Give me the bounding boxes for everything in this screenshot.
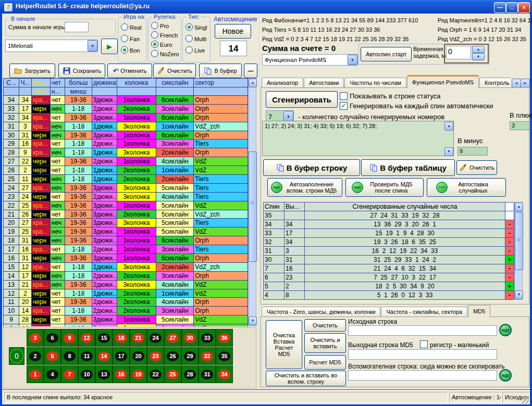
md5-source-input[interactable] — [348, 325, 497, 336]
table-row[interactable]: 122чернчет1-181дюжи...2колонка1сиклайнVd… — [4, 289, 248, 298]
table-row[interactable]: 2511черннеч1-181дюжи...2колонка2сиклайнT… — [4, 175, 248, 184]
tab-3[interactable]: Частоты по числам — [344, 78, 406, 88]
md5-run-icon[interactable]: МД5 — [499, 324, 512, 336]
board-cell-14[interactable]: 14 — [95, 347, 113, 365]
board-cell-3[interactable]: 3 — [27, 329, 44, 347]
history-scrollbar-thumb[interactable] — [249, 151, 257, 262]
register-checkbox[interactable] — [420, 340, 428, 348]
table-row[interactable]: 1631черннеч19-363дюжи...1колонка6сиклайн… — [4, 254, 248, 263]
collapse-button[interactable]: — — [244, 64, 257, 78]
autofill-md5-button[interactable]: МД5 Автозаполнение вспом. строки МД5 — [267, 178, 342, 197]
table-row[interactable]: 5218 2 5 30 34 9 20+ — [263, 282, 514, 291]
board-cell-26[interactable]: 26 — [164, 347, 181, 365]
board-cell-29[interactable]: 29 — [181, 347, 199, 365]
mode-select[interactable]: Функционал PsevdoMS ▼ — [262, 54, 358, 66]
board-cell-1[interactable]: 1 — [27, 365, 44, 383]
table-row[interactable]: 3234кра...чет19-363дюжи...1колонка6сикла… — [4, 113, 248, 122]
undo-button[interactable]: ↶ Отменить — [107, 64, 152, 78]
check-md5-button[interactable]: МД5 Проверить МД5 после спина — [345, 178, 424, 197]
board-cell-20[interactable]: 20 — [130, 347, 147, 365]
table-row[interactable]: 3434кра...чет19-363дюжи...1колонка6сикла… — [4, 96, 248, 105]
table-row[interactable]: 303131 25 29 33 1 24 2+ — [263, 256, 514, 264]
spin-table-scrollbar[interactable]: ▲ ▼ — [514, 202, 523, 300]
board-cell-16[interactable]: 16 — [113, 365, 130, 383]
board-cell-11[interactable]: 11 — [78, 347, 95, 365]
md5-calc-button[interactable]: Расчет MD5 — [304, 355, 346, 370]
table-row[interactable]: 2027кра...неч19-363дюжи...3колонка5сикла… — [4, 219, 248, 227]
scroll-up-icon[interactable]: ▲ — [515, 202, 523, 211]
new-button[interactable]: Новое — [215, 24, 251, 39]
table-row[interactable]: 323419 3 26 18 6 35 25- — [263, 238, 514, 247]
table-row[interactable]: 1120чернчет19-362дюжи...2колонка4сиклайн… — [4, 298, 248, 307]
table-row[interactable]: 928чернчет19-363дюжи...1колонка5сиклайнV… — [4, 315, 248, 324]
md5-clear-button[interactable]: Очистить — [304, 319, 346, 332]
md5-clear-insert-button[interactable]: Очистить и вставить — [304, 333, 346, 353]
board-cell-30[interactable]: 30 — [181, 329, 199, 347]
board-cell-31[interactable]: 31 — [199, 365, 216, 383]
radio-nozero[interactable]: NoZero — [151, 50, 179, 59]
radio-multi[interactable]: Multi — [185, 35, 207, 46]
table-row[interactable]: 2126чернчет19-363дюжи...2колонка5сиклайн… — [4, 210, 248, 219]
generated-numbers-box[interactable]: 1) 27; 2) 24; 3) 31; 4) 33; 5) 19; 6) 32… — [262, 121, 454, 156]
profile-select[interactable]: 1Melonati ▼ — [5, 40, 98, 52]
copy-buffer-button[interactable]: В буфер — [199, 64, 242, 78]
table-row[interactable]: 6237 25 27 10 3 22 17- — [263, 273, 514, 282]
board-cell-15[interactable]: 15 — [95, 329, 113, 347]
md5-out-input[interactable] — [348, 349, 497, 360]
resize-grip[interactable] — [522, 397, 529, 403]
board-cell-23[interactable]: 23 — [147, 347, 164, 365]
scroll-down-icon[interactable]: ▼ — [515, 290, 523, 299]
tab-1[interactable]: Анализатор — [262, 78, 303, 88]
textarea-scroll-up-icon[interactable]: ▲ — [444, 122, 453, 131]
board-cell-13[interactable]: 13 — [95, 365, 113, 383]
board-cell-36[interactable]: 36 — [216, 329, 233, 347]
minimize-button[interactable]: — — [494, 2, 506, 13]
table-row[interactable]: 313кра...неч1-181дюжи...3колонка1сиклайн… — [4, 122, 248, 131]
auto-generate-checkbox[interactable]: ✓ — [340, 102, 348, 110]
table-row[interactable]: 31316 2 12 19 22 34 33- — [263, 247, 514, 256]
scroll-down-icon[interactable]: ▼ — [249, 316, 257, 325]
history-scrollbar[interactable]: ▲ ▼ — [248, 78, 256, 326]
board-cell-9[interactable]: 9 — [61, 329, 78, 347]
scroll-up-icon[interactable]: ▲ — [249, 79, 257, 87]
board-cell-32[interactable]: 32 — [199, 347, 216, 365]
table-row[interactable]: 1417черннеч1-182дюжи...2колонка3сиклайнO… — [4, 272, 248, 281]
chevron-down-icon[interactable]: ▼ — [348, 55, 357, 65]
table-row[interactable]: 3031черннеч19-363дюжи...1колонка6сиклайн… — [4, 131, 248, 140]
board-cell-21[interactable]: 21 — [130, 329, 147, 347]
board-cell-25[interactable]: 25 — [164, 365, 181, 383]
radio-bon[interactable]: Bon — [121, 46, 142, 58]
table-row[interactable]: 262чернчет1-181дюжи...2колонка1сиклайнVd… — [4, 166, 248, 175]
textarea-scroll-down-icon[interactable]: ▼ — [444, 147, 453, 156]
autobet-random-button[interactable]: ГСЧ Автоставка случайных — [427, 178, 506, 197]
radio-pro[interactable]: Pro — [151, 22, 179, 31]
table-row[interactable]: 485 1 26 0 12 3 33- — [263, 291, 514, 300]
board-cell-6[interactable]: 6 — [44, 329, 61, 347]
bottom-tab-3[interactable]: MD5 — [468, 305, 490, 317]
board-cell-18[interactable]: 18 — [113, 329, 130, 347]
chevron-down-icon[interactable]: ▼ — [88, 40, 97, 52]
md5-big-button[interactable]: Очистка Вставка Расчет MD5 — [266, 320, 302, 369]
board-cell-12[interactable]: 12 — [78, 329, 95, 347]
table-row[interactable]: 2916кра...чет1-182дюжи...1колонка3сиклай… — [4, 139, 248, 148]
autospin-start-button[interactable]: Автоспин старт — [361, 47, 412, 61]
bottom-tab-2[interactable]: Частота - сиклайны, сектора — [381, 307, 467, 317]
delay-input[interactable]: 0 — [446, 46, 471, 59]
board-cell-19[interactable]: 19 — [130, 365, 147, 383]
tab-4[interactable]: Функционал PsevdoMS — [407, 75, 479, 88]
tab-5[interactable]: Контроль банкро — [479, 78, 511, 88]
board-cell-17[interactable]: 17 — [113, 347, 130, 365]
clear-generated-button[interactable]: Очистить — [456, 160, 497, 175]
table-row[interactable]: 331715 19 1 9 4 28 30- — [263, 229, 514, 238]
table-row[interactable]: 1925кра...неч19-363дюжи...1колонка5сикла… — [4, 227, 248, 236]
save-button[interactable]: Сохранить — [58, 64, 105, 78]
start-sum-input[interactable] — [65, 22, 89, 32]
board-cell-7[interactable]: 7 — [61, 365, 78, 383]
board-cell-zero[interactable]: 0 — [9, 347, 24, 365]
clear-button[interactable]: Очистить — [153, 64, 196, 78]
table-row[interactable]: 1014кра...чет1-182дюжи...2колонка3сиклай… — [4, 307, 248, 315]
table-row[interactable]: 818кра...чет1-182дюжи...3колонка3сиклайн… — [4, 324, 248, 326]
table-row[interactable]: 2722чернчет19-362дюжи...1колонка4сиклайн… — [4, 157, 248, 166]
board-cell-33[interactable]: 33 — [199, 329, 216, 347]
table-row[interactable]: 71621 24 4 6 32 15 34- — [263, 264, 514, 273]
